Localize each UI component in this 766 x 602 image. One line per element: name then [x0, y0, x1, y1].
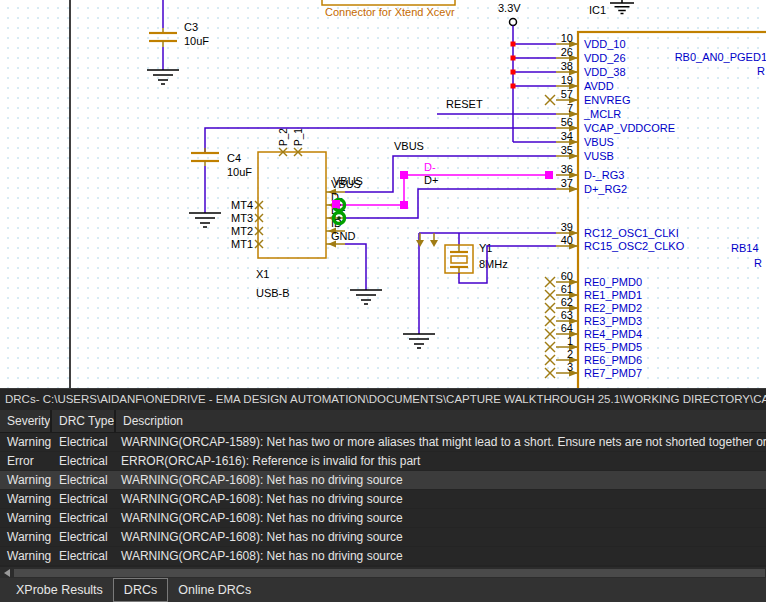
- ic-pin-number: 35: [561, 144, 573, 156]
- drc-cell-type: Electrical: [52, 528, 114, 546]
- net-arrow-icon: [416, 240, 424, 247]
- ic-pin-name: RE2_PMD2: [584, 302, 642, 314]
- tab-online-drcs[interactable]: Online DRCs: [168, 578, 261, 602]
- component-value-y1[interactable]: 8MHz: [479, 258, 508, 270]
- net-label-vbus[interactable]: VBUS: [333, 175, 363, 187]
- drc-cell-description: WARNING(ORCAP-1589): Net has two or more…: [114, 433, 766, 451]
- net-label-reset[interactable]: RESET: [446, 98, 483, 110]
- ic-pin-name: RE0_PMD0: [584, 276, 642, 288]
- component-value-x1[interactable]: USB-B: [256, 287, 290, 299]
- connector-pin-label: P_2: [278, 128, 289, 146]
- component-ref-y1[interactable]: Y1: [479, 242, 492, 254]
- drc-cell-severity: Warning: [0, 547, 52, 565]
- net-label-vbus[interactable]: VBUS: [394, 140, 424, 152]
- net-marker: [400, 171, 408, 179]
- ic-pin-name: VUSB: [584, 150, 614, 162]
- drc-cell-type: Electrical: [52, 509, 114, 527]
- connector-box[interactable]: [322, 0, 455, 5]
- component-ref-ic1[interactable]: IC1: [589, 4, 606, 16]
- column-header-drc-type[interactable]: DRC Type: [52, 410, 114, 432]
- drc-row[interactable]: WarningElectricalWARNING(ORCAP-1608): Ne…: [0, 547, 766, 566]
- schematic-canvas[interactable]: C310uFConnector for Xtend Xcevr3.3VRESET…: [0, 0, 766, 388]
- net-marker: [511, 42, 516, 47]
- component-ref-c3[interactable]: C3: [184, 21, 198, 33]
- net-label-d-minus[interactable]: D-: [424, 161, 436, 173]
- drc-row[interactable]: WarningElectricalWARNING(ORCAP-1608): Ne…: [0, 490, 766, 509]
- tab-xprobe-results[interactable]: XProbe Results: [6, 578, 113, 602]
- scroll-left-button[interactable]: [0, 567, 14, 579]
- xprobe-marker-dot: [337, 216, 341, 220]
- drc-cell-severity: Warning: [0, 471, 52, 489]
- ic-pin-number: 63: [561, 309, 573, 321]
- ic-pin-number: 2: [567, 348, 573, 360]
- component-value-c4[interactable]: 10uF: [227, 166, 252, 178]
- tab-drcs[interactable]: DRCs: [113, 578, 168, 602]
- drc-panel-titlebar[interactable]: DRCs- C:\USERS\AIDANF\ONEDRIVE - EMA DES…: [0, 389, 766, 410]
- ic-pin-number: 10: [561, 32, 573, 44]
- ic-pin-number: 57: [561, 88, 573, 100]
- component-value-c3[interactable]: 10uF: [184, 35, 209, 47]
- connector-pin-label: P_1: [293, 128, 304, 146]
- ic-pin-name: R: [754, 257, 762, 269]
- ic-pin-name: RC12_OSC1_CLKI: [584, 227, 679, 239]
- ic-pin-number: 26: [561, 46, 573, 58]
- component-body-x1[interactable]: [258, 152, 326, 258]
- ic-pin-number: 40: [561, 234, 573, 246]
- sheet-note[interactable]: Connector for Xtend Xcevr: [325, 6, 455, 18]
- drc-cell-type: Electrical: [52, 433, 114, 451]
- drc-row[interactable]: WarningElectricalWARNING(ORCAP-1608): Ne…: [0, 509, 766, 528]
- drc-panel-title: DRCs- C:\USERS\AIDANF\ONEDRIVE - EMA DES…: [5, 393, 766, 405]
- wire: [205, 128, 556, 152]
- ic-pin-number: 62: [561, 296, 573, 308]
- drc-cell-severity: Warning: [0, 490, 52, 508]
- ic-pin-number: 1: [567, 335, 573, 347]
- net-label-d-plus[interactable]: D+: [424, 174, 438, 186]
- scroll-left-icon: [4, 569, 10, 577]
- drc-cell-type: Electrical: [52, 547, 114, 565]
- ic-pin-number: 56: [561, 116, 573, 128]
- component-ref-x1[interactable]: X1: [256, 268, 269, 280]
- column-header-description[interactable]: Description: [116, 410, 766, 432]
- drc-row[interactable]: WarningElectricalWARNING(ORCAP-1608): Ne…: [0, 528, 766, 547]
- column-header-severity[interactable]: Severity: [0, 410, 50, 432]
- net-marker: [511, 84, 516, 89]
- ic-pin-number: 37: [561, 177, 573, 189]
- drc-panel: DRCs- C:\USERS\AIDANF\ONEDRIVE - EMA DES…: [0, 388, 766, 602]
- ic-pin-name: ENVREG: [584, 94, 630, 106]
- ic-pin-number: 3: [567, 361, 573, 373]
- ic-pin-number: 34: [561, 130, 573, 142]
- drc-row[interactable]: WarningElectricalWARNING(ORCAP-1589): Ne…: [0, 433, 766, 452]
- wire: [345, 189, 556, 218]
- wire: [340, 175, 552, 205]
- drc-table-header: Severity DRC Type Description: [0, 410, 766, 433]
- ic-pin-name: RB0_AN0_PGED1: [675, 51, 766, 63]
- drc-cell-severity: Warning: [0, 433, 52, 451]
- power-symbol-3v3[interactable]: 3.3V: [498, 2, 521, 14]
- ic-pin-name: VBUS: [584, 136, 614, 148]
- application-window: C310uFConnector for Xtend Xcevr3.3VRESET…: [0, 0, 766, 602]
- ic-pin-name: D-_RG3: [584, 169, 624, 181]
- drc-cell-type: Electrical: [52, 452, 114, 470]
- scrollbar-thumb[interactable]: [14, 569, 765, 577]
- schematic-editor[interactable]: C310uFConnector for Xtend Xcevr3.3VRESET…: [0, 0, 766, 388]
- drc-row[interactable]: ErrorElectricalERROR(ORCAP-1616): Refere…: [0, 452, 766, 471]
- drc-cell-description: WARNING(ORCAP-1608): Net has no driving …: [114, 490, 766, 508]
- drc-row[interactable]: WarningElectricalWARNING(ORCAP-1608): Ne…: [0, 471, 766, 490]
- crystal-icon: [451, 256, 467, 263]
- ic-pin-name: RE4_PMD4: [584, 328, 642, 340]
- net-marker: [400, 201, 408, 209]
- ic-pin-name: RE1_PMD1: [584, 289, 642, 301]
- connector-pin-label: MT1: [231, 238, 253, 250]
- drc-cell-description: ERROR(ORCAP-1616): Reference is invalid …: [114, 452, 766, 470]
- ic-pin-number: 39: [561, 221, 573, 233]
- ic-pin-name: VDD_26: [584, 52, 626, 64]
- ic-pin-name: RC15_OSC2_CLKO: [584, 240, 685, 252]
- ic-pin-name: R: [757, 65, 765, 77]
- ic-pin-number: 38: [561, 60, 573, 72]
- ic-pin-name: VCAP_VDDCORE: [584, 122, 675, 134]
- component-ref-c4[interactable]: C4: [227, 152, 241, 164]
- horizontal-scrollbar[interactable]: [0, 566, 766, 578]
- ic-pin-name: RB14: [731, 242, 759, 254]
- ic-pin-name: VDD_38: [584, 66, 626, 78]
- ic-pin-number: 19: [561, 74, 573, 86]
